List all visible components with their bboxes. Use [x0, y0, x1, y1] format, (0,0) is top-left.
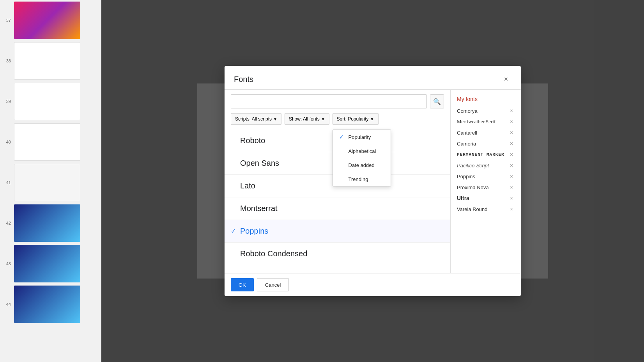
- my-font-name-camoria: Camoria: [457, 141, 476, 147]
- slide-number-41: 41: [3, 180, 11, 185]
- scripts-filter-label: Scripts: All scripts: [235, 116, 272, 122]
- search-icon: 🔍: [433, 98, 441, 105]
- font-name-open-sans: Open Sans: [240, 159, 279, 168]
- font-name-lato: Lato: [240, 181, 255, 190]
- scripts-filter-button[interactable]: Scripts: All scripts ▼: [231, 113, 281, 125]
- slide-item-40[interactable]: 40: [0, 122, 101, 162]
- my-font-name-ultra: Ultra: [457, 195, 469, 201]
- search-input[interactable]: [231, 94, 427, 108]
- font-item-roboto-condensed[interactable]: Roboto Condensed: [225, 243, 450, 265]
- slide-item-43[interactable]: 43: [0, 243, 101, 284]
- show-arrow-icon: ▼: [321, 117, 325, 121]
- sort-filter-button[interactable]: Sort: Popularity ▼: [333, 113, 379, 125]
- my-font-item-merriweather: Merriweather Serif ×: [451, 116, 521, 127]
- show-filter-button[interactable]: Show: All fonts ▼: [285, 113, 329, 125]
- remove-pacifico-button[interactable]: ×: [508, 162, 515, 169]
- slide-thumb-41: [14, 164, 80, 201]
- my-font-name-proxima-nova: Proxima Nova: [457, 185, 489, 190]
- my-font-name-merriweather: Merriweather Serif: [457, 119, 495, 125]
- slide-thumb-37: [14, 2, 80, 39]
- modal-header: Fonts ×: [225, 66, 521, 90]
- my-font-name-comorya: Comorya: [457, 108, 478, 114]
- my-font-item-ultra: Ultra ×: [451, 193, 521, 204]
- slide-item-44[interactable]: 44: [0, 284, 101, 325]
- my-font-name-permanent-marker: Permanent Marker: [457, 152, 504, 157]
- my-font-item-comorya: Comorya ×: [451, 105, 521, 116]
- slide-item-38[interactable]: 38: [0, 41, 101, 81]
- slide-item-41[interactable]: 41: [0, 162, 101, 203]
- slide-thumb-43: [14, 245, 80, 282]
- slide-number-38: 38: [3, 59, 11, 63]
- remove-ultra-button[interactable]: ×: [508, 195, 515, 201]
- sort-option-trending[interactable]: ✓ Trending: [333, 172, 391, 186]
- modal-title: Fonts: [234, 75, 253, 84]
- sort-arrow-icon: ▼: [370, 117, 374, 121]
- slide-number-40: 40: [3, 140, 11, 144]
- slide-thumb-44: [14, 286, 80, 323]
- my-font-name-pacifico: Pacifico Script: [457, 163, 489, 169]
- slides-panel: 37 38 39 40 41 42 43 44: [0, 0, 101, 362]
- remove-comorya-button[interactable]: ×: [508, 108, 515, 114]
- remove-poppins-my-button[interactable]: ×: [508, 173, 515, 179]
- sort-option-alphabetical[interactable]: ✓ Alphabetical: [333, 144, 391, 158]
- my-fonts-panel: My fonts Comorya × Merriweather Serif × …: [451, 90, 521, 273]
- remove-merriweather-button[interactable]: ×: [508, 119, 515, 125]
- slide-thumb-40: [14, 123, 80, 161]
- remove-varela-button[interactable]: ×: [508, 206, 515, 212]
- sort-option-popularity-label: Popularity: [349, 134, 371, 140]
- slide-number-37: 37: [3, 18, 11, 23]
- my-font-name-cantarell: Cantarell: [457, 130, 477, 136]
- my-font-name-poppins: Poppins: [457, 174, 475, 179]
- font-item-montserrat[interactable]: Montserrat: [225, 197, 450, 220]
- my-font-item-poppins: Poppins ×: [451, 171, 521, 182]
- cancel-button[interactable]: Cancel: [257, 278, 289, 291]
- slide-number-42: 42: [3, 221, 11, 225]
- sort-option-date-added-label: Date added: [349, 162, 375, 168]
- poppins-check-icon: ✓: [231, 227, 240, 235]
- font-name-roboto: Roboto: [240, 136, 265, 145]
- sort-option-popularity[interactable]: ✓ Popularity: [333, 130, 391, 144]
- search-button[interactable]: 🔍: [430, 94, 444, 108]
- font-name-roboto-condensed: Roboto Condensed: [240, 249, 307, 258]
- my-font-item-cantarell: Cantarell ×: [451, 127, 521, 138]
- my-fonts-header: My fonts: [451, 90, 521, 105]
- modal-body: 🔍 Scripts: All scripts ▼ Show: All fonts…: [225, 90, 521, 273]
- sort-btn-wrapper: Sort: Popularity ▼ ✓ Popularity ✓ Alph: [333, 113, 379, 125]
- slide-number-39: 39: [3, 99, 11, 104]
- slide-number-44: 44: [3, 302, 11, 307]
- popularity-check-icon: ✓: [339, 134, 345, 140]
- slide-item-37[interactable]: 37: [0, 0, 101, 41]
- slide-thumb-39: [14, 83, 80, 120]
- font-item-source-sans-pro[interactable]: Source Sans Pro: [225, 265, 450, 273]
- my-font-name-varela-round: Varela Round: [457, 206, 488, 212]
- remove-camoria-button[interactable]: ×: [508, 140, 515, 147]
- remove-cantarell-button[interactable]: ×: [508, 130, 515, 136]
- my-font-item-permanent-marker: Permanent Marker ×: [451, 149, 521, 160]
- slide-number-43: 43: [3, 261, 11, 266]
- fonts-panel: 🔍 Scripts: All scripts ▼ Show: All fonts…: [225, 90, 451, 273]
- font-item-poppins[interactable]: ✓ Poppins: [225, 220, 450, 243]
- show-filter-label: Show: All fonts: [289, 116, 320, 122]
- fonts-dialog: Fonts × 🔍 Scripts: All scripts ▼: [225, 66, 521, 296]
- modal-backdrop: Fonts × 🔍 Scripts: All scripts ▼: [101, 0, 644, 362]
- ok-button[interactable]: OK: [231, 278, 254, 291]
- my-font-item-camoria: Camoria ×: [451, 138, 521, 149]
- font-name-source-sans-pro: Source Sans Pro: [240, 272, 299, 273]
- filter-row: Scripts: All scripts ▼ Show: All fonts ▼…: [225, 113, 450, 130]
- sort-option-trending-label: Trending: [349, 176, 368, 182]
- sort-option-date-added[interactable]: ✓ Date added: [333, 158, 391, 172]
- slide-item-42[interactable]: 42: [0, 203, 101, 243]
- close-button[interactable]: ×: [501, 74, 511, 85]
- sort-filter-label: Sort: Popularity: [337, 116, 369, 122]
- my-font-item-varela-round: Varela Round ×: [451, 204, 521, 215]
- remove-permanent-button[interactable]: ×: [508, 151, 515, 158]
- font-name-montserrat: Montserrat: [240, 204, 278, 213]
- remove-proxima-button[interactable]: ×: [508, 184, 515, 190]
- slide-item-39[interactable]: 39: [0, 81, 101, 122]
- scripts-arrow-icon: ▼: [273, 117, 277, 121]
- search-bar: 🔍: [225, 90, 450, 113]
- slide-thumb-38: [14, 42, 80, 80]
- my-font-item-pacifico: Pacifico Script ×: [451, 160, 521, 171]
- sort-dropdown: ✓ Popularity ✓ Alphabetical ✓ Date added: [333, 130, 391, 186]
- font-name-poppins: Poppins: [240, 227, 268, 236]
